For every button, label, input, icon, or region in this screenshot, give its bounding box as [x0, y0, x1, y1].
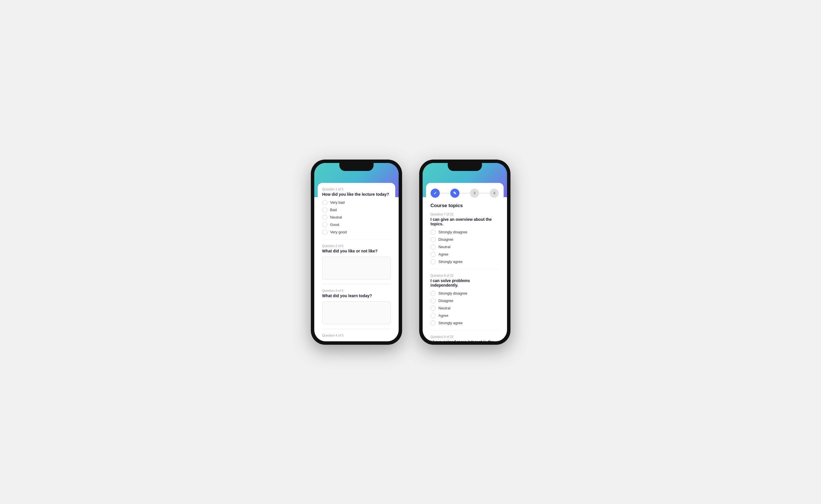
- q9-label: Question 9 of 22: [431, 335, 499, 338]
- q7-radio-5[interactable]: [431, 259, 436, 264]
- q8-label-2: Disagree: [439, 299, 453, 303]
- radio-very-good[interactable]: [322, 230, 327, 235]
- q2-textarea[interactable]: [322, 257, 391, 279]
- q7-option-3[interactable]: Neutral: [431, 244, 499, 250]
- q3-textarea[interactable]: [322, 301, 391, 324]
- q7-option-4[interactable]: Agree: [431, 252, 499, 257]
- q8-radio-1[interactable]: [431, 291, 436, 296]
- option-bad[interactable]: Bad: [322, 207, 391, 213]
- option-very-bad[interactable]: Very bad: [322, 200, 391, 205]
- phone2-notch: [448, 163, 482, 171]
- q1-text: How did you like the lecture today?: [322, 192, 391, 197]
- step-2: ✎: [450, 189, 459, 198]
- q1-label: Question 1 of 5: [322, 187, 391, 191]
- q8-option-2[interactable]: Disagree: [431, 298, 499, 303]
- q2-label: Question 2 of 5: [322, 244, 391, 248]
- q8-radio-4[interactable]: [431, 313, 436, 318]
- radio-good[interactable]: [322, 222, 327, 227]
- divider-q7: [431, 269, 499, 269]
- label-good: Good: [330, 223, 339, 227]
- question-8: Question 8 of 22 I can solve problems in…: [431, 274, 499, 326]
- q8-radio-5[interactable]: [431, 321, 436, 326]
- label-very-bad: Very bad: [330, 200, 345, 205]
- q8-label-4: Agree: [439, 313, 449, 318]
- phone1-content[interactable]: Question 1 of 5 How did you like the lec…: [314, 163, 399, 341]
- question-4-partial: Question 4 of 5: [322, 334, 391, 337]
- q8-radio-2[interactable]: [431, 298, 436, 303]
- option-good[interactable]: Good: [322, 222, 391, 227]
- radio-neutral-1[interactable]: [322, 215, 327, 220]
- phone-1: Question 1 of 5 How did you like the lec…: [311, 160, 402, 345]
- q8-option-3[interactable]: Neutral: [431, 306, 499, 311]
- q4-label: Question 4 of 5: [322, 334, 391, 337]
- step-3: 3: [470, 189, 479, 198]
- step-line-1: [440, 193, 450, 193]
- q7-label-4: Agree: [439, 252, 449, 256]
- q8-label: Question 8 of 22: [431, 274, 499, 277]
- q2-text: What did you like or not like?: [322, 249, 391, 253]
- stepper: ✓ ✎ 3 4: [431, 189, 499, 198]
- question-2: Question 2 of 5 What did you like or not…: [322, 244, 391, 279]
- phone1-card: Question 1 of 5 How did you like the lec…: [318, 183, 395, 341]
- q7-option-1[interactable]: Strongly disagree: [431, 230, 499, 235]
- q7-radio-1[interactable]: [431, 230, 436, 235]
- phone1-notch: [339, 163, 374, 171]
- phone2-content[interactable]: ✓ ✎ 3 4 Course topics: [423, 163, 507, 341]
- question-7: Question 7 of 22 I can give an overview …: [431, 213, 499, 264]
- divider-3: [322, 329, 391, 329]
- step-line-3: [479, 193, 490, 193]
- q7-label: Question 7 of 22: [431, 213, 499, 216]
- divider-1: [322, 239, 391, 240]
- q7-label-3: Neutral: [439, 245, 451, 249]
- q8-text: I can solve problems independently.: [431, 278, 499, 287]
- q8-option-5[interactable]: Strongly agree: [431, 321, 499, 326]
- q3-text: What did you learn today?: [322, 293, 391, 298]
- question-3: Question 3 of 5 What did you learn today…: [322, 289, 391, 324]
- question-9: Question 9 of 22 I have gained more inte…: [431, 335, 499, 341]
- step-4: 4: [490, 189, 499, 198]
- option-very-good[interactable]: Very good: [322, 230, 391, 235]
- step-3-label: 3: [474, 191, 476, 195]
- phone-2: ✓ ✎ 3 4 Course topics: [419, 160, 510, 345]
- q8-option-1[interactable]: Strongly disagree: [431, 291, 499, 296]
- q8-label-5: Strongly agree: [439, 321, 463, 325]
- label-neutral-1: Neutral: [330, 215, 342, 219]
- checkmark-icon: ✓: [433, 191, 437, 195]
- q7-option-5[interactable]: Strongly agree: [431, 259, 499, 264]
- q7-option-2[interactable]: Disagree: [431, 237, 499, 242]
- pencil-icon: ✎: [453, 191, 457, 195]
- q3-label: Question 3 of 5: [322, 289, 391, 292]
- section-title: Course topics: [431, 203, 499, 209]
- q8-radio-3[interactable]: [431, 306, 436, 311]
- q7-label-1: Strongly disagree: [439, 230, 467, 234]
- q7-label-5: Strongly agree: [439, 260, 463, 264]
- step-4-label: 4: [493, 191, 495, 195]
- q8-option-4[interactable]: Agree: [431, 313, 499, 318]
- q8-label-1: Strongly disagree: [439, 291, 467, 295]
- q7-radio-4[interactable]: [431, 252, 436, 257]
- q7-radio-2[interactable]: [431, 237, 436, 242]
- q7-text: I can give an overview about the topics.: [431, 217, 499, 226]
- step-line-2: [459, 193, 470, 193]
- label-bad: Bad: [330, 208, 337, 212]
- step-1: ✓: [431, 189, 440, 198]
- label-very-good: Very good: [330, 230, 347, 234]
- option-neutral-1[interactable]: Neutral: [322, 215, 391, 220]
- question-1: Question 1 of 5 How did you like the lec…: [322, 187, 391, 235]
- q7-radio-3[interactable]: [431, 244, 436, 250]
- phone2-card: ✓ ✎ 3 4 Course topics: [426, 183, 504, 341]
- radio-bad[interactable]: [322, 207, 327, 213]
- q7-label-2: Disagree: [439, 237, 453, 242]
- q9-text: I have gained more interest in the topic…: [431, 340, 499, 341]
- divider-2: [322, 284, 391, 284]
- q8-label-3: Neutral: [439, 306, 451, 310]
- radio-very-bad[interactable]: [322, 200, 327, 205]
